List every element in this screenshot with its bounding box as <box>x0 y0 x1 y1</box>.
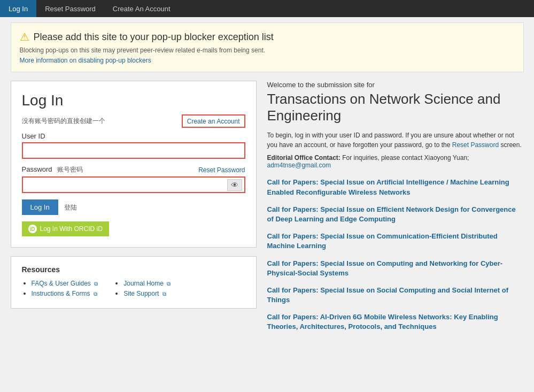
password-input[interactable] <box>22 176 245 193</box>
login-heading: Log In <box>22 92 245 109</box>
orcid-icon: iD <box>28 225 37 233</box>
login-box: Log In 没有账号密码的直接创建一个 Create an Account U… <box>11 81 257 248</box>
contact-text: Editorial Office Contact: For inquiries,… <box>267 154 524 169</box>
resources-columns: FAQs & User Guides ⧉ Instructions & Form… <box>22 279 245 299</box>
welcome-sub: Welcome to the submission site for <box>267 81 524 89</box>
resource-link-instructions[interactable]: Instructions & Forms ⧉ <box>32 290 97 297</box>
reset-password-inline-link[interactable]: Reset Password <box>452 141 499 149</box>
resources-col-2: Journal Home ⧉ Site Support ⧉ <box>114 279 171 299</box>
reset-password-link[interactable]: Reset Password <box>198 166 245 174</box>
right-column: Welcome to the submission site for Trans… <box>267 81 524 340</box>
cfp-link-1[interactable]: Call for Papers: Special Issue on Effici… <box>267 205 524 224</box>
warning-sub: Blocking pop-ups on this site may preven… <box>20 47 515 54</box>
password-group: Password 账号密码 Reset Password 👁 <box>22 165 245 193</box>
external-icon-journal: ⧉ <box>167 281 171 287</box>
resources-col-1: FAQs & User Guides ⧉ Instructions & Form… <box>22 279 98 299</box>
resource-item-journal: Journal Home ⧉ <box>123 279 171 287</box>
login-button[interactable]: Log In <box>22 199 58 215</box>
login-btn-row: Log In 登陆 <box>22 199 245 215</box>
resource-item-instructions: Instructions & Forms ⧉ <box>32 289 98 297</box>
main-wrapper: ⚠ Please add this site to your pop-up bl… <box>5 17 529 345</box>
warning-title-text: Please add this site to your pop-up bloc… <box>34 32 274 43</box>
userid-group: User ID <box>22 132 245 159</box>
orcid-login-button[interactable]: iD Log In With ORCID iD <box>22 221 109 236</box>
content-columns: Log In 没有账号密码的直接创建一个 Create an Account U… <box>11 81 524 340</box>
create-account-link-box: Create an Account <box>182 114 245 128</box>
create-account-note: 没有账号密码的直接创建一个 <box>22 117 105 126</box>
create-account-link[interactable]: Create an Account <box>187 118 240 125</box>
resources-heading: Resources <box>22 265 245 274</box>
external-icon-faqs: ⧉ <box>94 281 98 287</box>
nav-create-account[interactable]: Create An Account <box>104 0 179 17</box>
login-cn-note: 登陆 <box>64 204 77 211</box>
resource-link-support[interactable]: Site Support ⧉ <box>123 290 166 297</box>
nav-login[interactable]: Log In <box>0 0 36 17</box>
warning-link[interactable]: More information on disabling pop-up blo… <box>20 57 151 64</box>
warning-title: ⚠ Please add this site to your pop-up bl… <box>20 30 515 43</box>
contact-email[interactable]: adm4tnse@gmail.com <box>267 162 331 169</box>
resource-link-faqs[interactable]: FAQs & User Guides ⧉ <box>32 280 98 287</box>
userid-input[interactable] <box>22 142 245 159</box>
external-icon-support: ⧉ <box>162 291 166 297</box>
password-label: Password <box>22 165 52 173</box>
cfp-link-5[interactable]: Call for Papers: AI-Driven 6G Mobile Wir… <box>267 312 524 332</box>
cfp-link-0[interactable]: Call for Papers: Special Issue on Artifi… <box>267 178 524 197</box>
password-toggle-btn[interactable]: 👁 <box>227 179 242 191</box>
userid-label-row: User ID <box>22 132 245 140</box>
userid-input-wrapper <box>22 142 245 159</box>
create-account-row: 没有账号密码的直接创建一个 Create an Account <box>22 114 245 128</box>
password-input-wrapper: 👁 <box>22 176 245 193</box>
password-label-row: Password 账号密码 Reset Password <box>22 165 245 174</box>
contact-person: For inquiries, please contact Xiaoyong Y… <box>342 154 469 162</box>
left-column: Log In 没有账号密码的直接创建一个 Create an Account U… <box>11 81 257 309</box>
resource-item-support: Site Support ⧉ <box>123 289 171 297</box>
top-nav: Log In Reset Password Create An Account <box>0 0 534 17</box>
cfp-link-3[interactable]: Call for Papers: Special Issue on Comput… <box>267 259 524 278</box>
journal-title: Transactions on Network Science and Engi… <box>267 91 524 124</box>
nav-reset-password[interactable]: Reset Password <box>36 0 104 17</box>
userid-label: User ID <box>22 132 45 140</box>
resources-box: Resources FAQs & User Guides ⧉ <box>11 256 257 309</box>
intro-text: To begin, log in with your user ID and p… <box>267 130 524 150</box>
resource-item-faqs: FAQs & User Guides ⧉ <box>32 279 98 287</box>
cfp-link-4[interactable]: Call for Papers: Special Issue on Social… <box>267 286 524 305</box>
resource-link-journal[interactable]: Journal Home ⧉ <box>123 280 171 287</box>
orcid-label: Log In With ORCID iD <box>40 225 103 233</box>
contact-label: Editorial Office Contact: <box>267 154 340 162</box>
cfp-link-2[interactable]: Call for Papers: Special Issue on Commun… <box>267 232 524 251</box>
warning-icon: ⚠ <box>20 30 29 43</box>
password-label-cn: 账号密码 <box>57 166 83 173</box>
external-icon-instructions: ⧉ <box>94 291 97 297</box>
warning-banner: ⚠ Please add this site to your pop-up bl… <box>11 22 524 72</box>
